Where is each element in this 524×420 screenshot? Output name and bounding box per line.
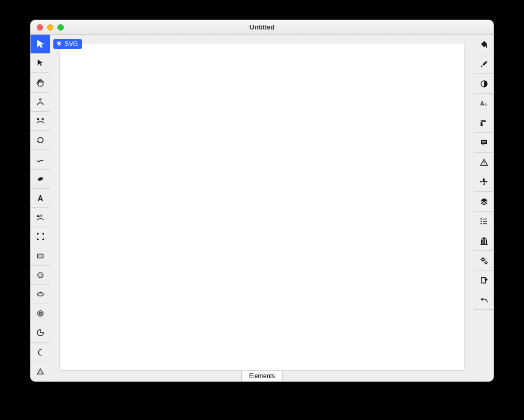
pie-tool[interactable] [31, 323, 50, 342]
window-controls [31, 24, 64, 31]
gears-icon [479, 256, 489, 265]
asterisk-icon [55, 40, 63, 49]
ruler-icon [479, 118, 489, 128]
blob-icon [36, 174, 45, 184]
circle-icon [36, 271, 45, 280]
hand-icon [36, 78, 45, 87]
contrast-panel[interactable] [474, 74, 494, 94]
ellipse-icon [36, 290, 45, 299]
rotate-tool[interactable] [31, 131, 50, 150]
ruler-panel[interactable] [474, 113, 494, 133]
library-panel[interactable] [474, 231, 494, 251]
undo-icon [479, 295, 489, 305]
ellipse-tool[interactable] [31, 285, 50, 304]
layers-icon [479, 197, 489, 206]
nodes-icon [36, 116, 45, 126]
document-type-badge[interactable]: SVG [53, 39, 82, 49]
direct-select-tool[interactable] [31, 54, 50, 73]
moon-tool[interactable] [31, 343, 50, 362]
right-toolbar [474, 35, 493, 381]
titlebar: Untitled [31, 20, 493, 35]
textpath-icon [36, 213, 45, 222]
artboard-tool[interactable] [31, 227, 50, 246]
comment-panel[interactable] [474, 133, 494, 153]
close-window-button[interactable] [37, 24, 43, 31]
minimize-window-button[interactable] [47, 24, 53, 31]
list-icon [479, 217, 489, 226]
export-panel[interactable] [474, 271, 494, 290]
rotate-icon [36, 136, 45, 145]
blob-tool[interactable] [31, 170, 50, 189]
app-window: Untitled SVG Elements [30, 20, 494, 382]
window-title: Untitled [31, 23, 493, 31]
rect-icon [36, 251, 45, 261]
layers-panel[interactable] [474, 192, 494, 212]
hand-tool[interactable] [31, 73, 50, 92]
target-tool[interactable] [31, 304, 50, 323]
node-tool[interactable] [31, 112, 50, 131]
pencil-tool[interactable] [31, 150, 50, 169]
canvas[interactable] [60, 43, 464, 371]
center-area: SVG Elements [50, 35, 474, 381]
textA-icon [36, 193, 45, 203]
triangle-tool[interactable] [31, 362, 50, 381]
library-icon [479, 236, 489, 246]
pencil-icon [36, 155, 45, 164]
anchor-point-tool[interactable] [31, 93, 50, 112]
warning-panel[interactable] [474, 153, 494, 172]
typography-panel[interactable] [474, 94, 494, 113]
artboard-icon [36, 232, 45, 241]
export-icon [479, 276, 489, 285]
rectangle-tool[interactable] [31, 246, 50, 265]
settings-panel[interactable] [474, 251, 494, 271]
circle-tool[interactable] [31, 266, 50, 285]
anchor-icon [36, 97, 45, 107]
warning-icon [479, 158, 489, 167]
cursor-icon [36, 39, 45, 49]
pie-icon [36, 328, 45, 337]
badge-label: SVG [65, 40, 78, 48]
left-toolbar [31, 35, 50, 381]
brush-icon [479, 59, 489, 69]
text-tool[interactable] [31, 189, 50, 208]
cursor2-icon [36, 58, 45, 68]
move-icon [479, 177, 489, 187]
typography-icon [479, 99, 489, 108]
elements-tab[interactable]: Elements [241, 370, 283, 381]
select-tool[interactable] [31, 35, 50, 54]
contrast-icon [479, 79, 489, 88]
target-icon [36, 309, 45, 318]
comment-icon [479, 138, 489, 147]
text-path-tool[interactable] [31, 208, 50, 227]
moon-icon [36, 348, 45, 357]
transform-panel[interactable] [474, 172, 494, 192]
paintbucket-icon [479, 40, 489, 49]
app-body: SVG Elements [31, 35, 493, 381]
zoom-window-button[interactable] [57, 24, 64, 31]
canvas-area: SVG Elements [50, 35, 474, 381]
stroke-panel[interactable] [474, 54, 494, 74]
triangle-icon [36, 367, 45, 376]
fill-panel[interactable] [474, 35, 494, 54]
list-panel[interactable] [474, 212, 494, 231]
undo-panel[interactable] [474, 290, 494, 310]
